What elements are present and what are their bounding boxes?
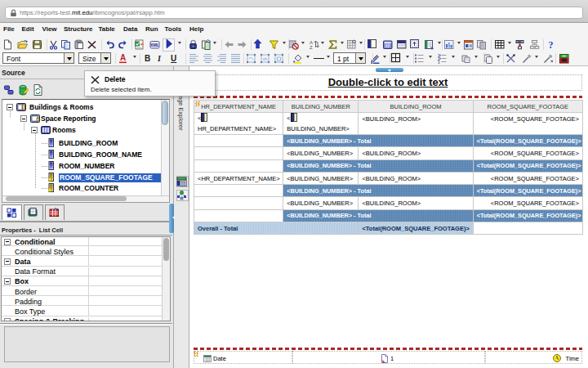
svg-text:XML: XML xyxy=(150,43,160,47)
svg-text:?: ? xyxy=(548,39,553,50)
svg-text:A: A xyxy=(119,53,125,62)
svg-text:3: 3 xyxy=(438,61,440,64)
svg-text:vh: vh xyxy=(263,56,268,61)
svg-text:Z: Z xyxy=(310,45,313,50)
